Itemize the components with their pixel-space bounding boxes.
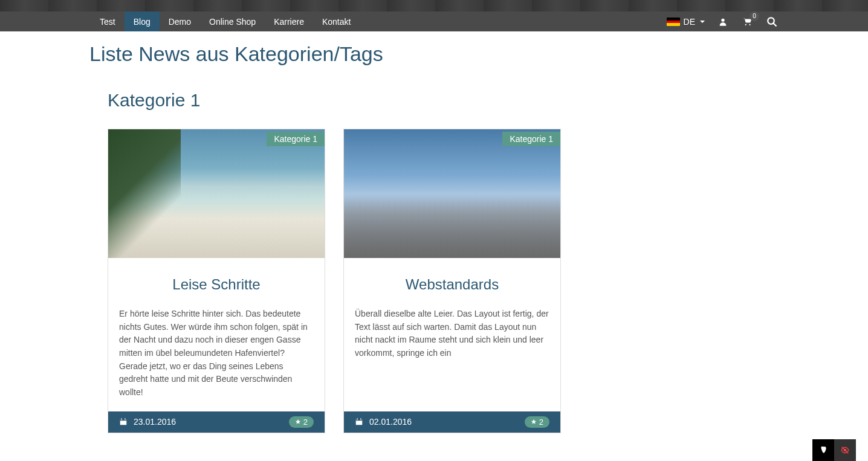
svg-rect-9: [357, 418, 358, 420]
nav-item-blog[interactable]: Blog: [125, 11, 160, 31]
card-body: Leise Schritte Er hörte leise Schritte h…: [108, 258, 325, 411]
svg-line-2: [773, 23, 776, 26]
cards-row: Kategorie 1 Leise Schritte Er hörte leis…: [108, 129, 779, 433]
main-container: Liste News aus Kategorien/Tags Kategorie…: [80, 42, 788, 433]
nav-item-karriere[interactable]: Karriere: [265, 11, 313, 31]
card-image: Kategorie 1: [108, 129, 325, 258]
card-footer: 23.01.2016 2: [108, 411, 325, 433]
svg-rect-6: [125, 418, 125, 420]
star-count: 2: [303, 417, 308, 427]
svg-rect-4: [120, 419, 127, 421]
card-excerpt: Er hörte leise Schritte hinter sich. Das…: [119, 308, 314, 399]
star-icon: [295, 419, 301, 425]
star-count: 2: [539, 417, 543, 427]
star-rating-badge: 2: [289, 416, 314, 428]
nav-right-group: DE 0: [667, 11, 777, 31]
card-title[interactable]: Webstandards: [355, 276, 549, 293]
language-label: DE: [684, 17, 695, 27]
category-badge[interactable]: Kategorie 1: [267, 132, 325, 146]
user-account-button[interactable]: [718, 17, 728, 27]
nav-item-kontakt[interactable]: Kontakt: [313, 11, 360, 31]
card-date: 23.01.2016: [119, 417, 176, 427]
calendar-icon: [119, 417, 128, 426]
page-title: Liste News aus Kategorien/Tags: [89, 42, 779, 66]
search-button[interactable]: [766, 16, 777, 27]
nav-item-online-shop[interactable]: Online Shop: [200, 11, 265, 31]
category-heading: Kategorie 1: [108, 90, 779, 111]
svg-rect-5: [121, 418, 122, 420]
search-icon: [766, 16, 777, 27]
card-date-text: 02.01.2016: [369, 417, 412, 427]
news-card[interactable]: Kategorie 1 Webstandards Überall dieselb…: [343, 129, 561, 433]
language-selector[interactable]: DE: [667, 17, 705, 27]
card-title[interactable]: Leise Schritte: [119, 276, 314, 293]
nav-item-demo[interactable]: Demo: [160, 11, 200, 31]
nav-item-test[interactable]: Test: [91, 11, 125, 31]
card-body: Webstandards Überall dieselbe alte Leier…: [344, 258, 560, 411]
star-icon: [531, 419, 537, 425]
calendar-icon: [355, 417, 363, 426]
flag-de-icon: [667, 18, 680, 26]
card-image: Kategorie 1: [344, 129, 560, 258]
card-date: 02.01.2016: [355, 417, 412, 427]
main-navbar: Test Blog Demo Online Shop Karriere Kont…: [0, 11, 868, 31]
svg-rect-8: [356, 419, 363, 421]
star-rating-badge: 2: [525, 416, 549, 428]
card-footer: 02.01.2016 2: [344, 411, 560, 433]
svg-point-1: [768, 18, 774, 24]
chevron-down-icon: [700, 21, 705, 23]
card-date-text: 23.01.2016: [134, 417, 176, 427]
window-top-edge: [0, 0, 868, 11]
svg-rect-10: [360, 418, 361, 420]
shopping-cart-button[interactable]: 0: [741, 16, 753, 27]
svg-point-0: [721, 18, 724, 21]
card-excerpt: Überall dieselbe alte Leier. Das Layout …: [355, 308, 549, 360]
user-icon: [718, 17, 728, 27]
news-card[interactable]: Kategorie 1 Leise Schritte Er hörte leis…: [108, 129, 325, 433]
cart-count-badge: 0: [750, 11, 759, 21]
category-badge[interactable]: Kategorie 1: [502, 132, 560, 146]
